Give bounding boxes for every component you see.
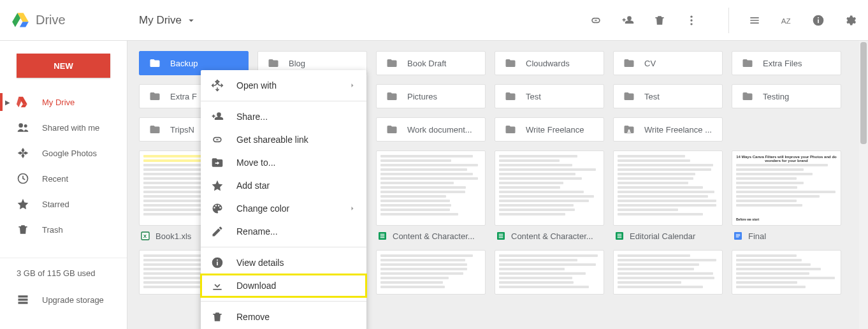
folder-card[interactable]: Extra Files [732,51,841,75]
context-menu: Open withShare...Get shareable linkMove … [201,70,366,329]
menu-download[interactable]: Download [201,274,366,297]
menu-label: Share... [236,112,268,122]
nav-label: My Drive [42,98,75,107]
add-person-icon[interactable] [621,14,634,27]
folder-card[interactable]: Testing [732,84,841,108]
svg-point-5 [690,23,692,25]
folder-label: CV [644,59,656,68]
file-thumbnail [732,250,841,295]
star-icon [211,179,224,192]
file-item[interactable] [495,250,604,295]
file-item[interactable] [376,250,486,295]
nav-shared[interactable]: Shared with me [0,115,127,140]
storage-icon [17,293,29,306]
folder-card[interactable]: Pictures [376,84,486,108]
file-thumbnail: 14 Ways Canva Filters will Improve your … [732,150,841,226]
nav-my-drive[interactable]: ▶ My Drive [0,89,127,115]
file-item[interactable]: Content & Character... [376,150,486,241]
menu-get-shareable-link[interactable]: Get shareable link [201,128,366,151]
folder-card[interactable]: Test [613,84,723,108]
menu-change-color[interactable]: Change color [201,197,366,220]
menu-label: Get shareable link [236,135,308,145]
header-divider [728,8,729,33]
svg-point-19 [628,129,630,131]
nav-photos[interactable]: Google Photos [0,140,127,166]
open-icon [211,79,224,92]
drive-logo-icon [11,11,29,29]
svg-text:AZ: AZ [781,17,791,25]
file-name: Content & Character... [511,231,593,241]
menu-remove[interactable]: Remove [201,305,366,328]
svg-rect-9 [818,17,819,18]
folder-card[interactable]: Book Draft [376,51,486,75]
link-icon [211,133,224,146]
chevron-right-icon [349,205,356,212]
folder-card[interactable]: Write Freelance [495,117,604,142]
expand-caret-icon[interactable]: ▶ [5,99,10,106]
scrollbar-thumb[interactable] [860,42,867,144]
trash-icon[interactable] [653,14,666,27]
new-button[interactable]: NEW [17,54,110,78]
menu-move-to[interactable]: Move to... [201,151,366,174]
file-thumbnail [376,250,486,295]
folder-label: Pictures [407,92,437,101]
nav-trash[interactable]: Trash [0,217,127,242]
folder-label: Test [526,92,541,101]
menu-open-with[interactable]: Open with [201,74,366,97]
folder-card[interactable]: Test [495,84,604,108]
rename-icon [211,225,224,238]
menu-view-details[interactable]: View details [201,251,366,274]
file-item[interactable]: Content & Character... [495,150,604,241]
folder-label: Backup [170,59,198,68]
menu-label: View details [236,258,284,268]
file-item[interactable] [732,250,841,295]
palette-icon [211,202,224,215]
menu-add-star[interactable]: Add star [201,174,366,197]
breadcrumb[interactable]: My Drive [139,14,197,27]
upgrade-storage[interactable]: Upgrade storage [0,287,127,312]
nav-label: Upgrade storage [42,295,104,305]
drive-folder-icon [17,96,29,108]
sort-az-icon[interactable]: AZ [780,14,793,27]
folder-label: Blog [289,59,305,68]
app-name: Drive [36,13,66,27]
storage-text: 3 GB of 115 GB used [0,268,127,278]
folder-label: Work document... [407,125,472,135]
menu-share[interactable]: Share... [201,105,366,128]
folder-label: Extra F [170,92,197,101]
file-name: Editorial Calendar [630,231,695,241]
nav-starred[interactable]: Starred [0,191,127,217]
menu-rename[interactable]: Rename... [201,220,366,243]
settings-gear-icon[interactable] [844,14,857,27]
nav-recent[interactable]: Recent [0,166,127,191]
file-item[interactable]: 14 Ways Canva Filters will Improve your … [732,150,841,241]
folder-label: Write Freelance ... [644,125,712,135]
menu-label: Add star [236,180,270,191]
star-icon [17,198,29,210]
more-vert-icon[interactable] [685,14,698,27]
svg-rect-8 [818,19,819,23]
folder-card[interactable]: Cloudwards [495,51,604,75]
folder-card[interactable]: Write Freelance ... [613,117,723,142]
file-name: Book1.xls [156,231,191,241]
photos-icon [17,147,29,159]
folder-label: Test [644,92,660,101]
folder-label: Book Draft [407,59,446,68]
folder-label: TripsN [170,125,194,135]
nav-label: Trash [42,225,63,235]
file-item[interactable] [613,250,723,295]
file-name: Content & Character... [393,231,475,241]
chevron-down-icon [185,15,197,26]
trash-icon [17,223,29,236]
svg-rect-17 [18,298,28,300]
folder-card[interactable]: CV [613,51,723,75]
folder-label: Extra Files [763,59,802,68]
details-icon[interactable] [812,14,825,27]
download-icon [211,279,224,292]
share-link-icon[interactable] [590,14,602,27]
share-icon [211,110,224,123]
file-item[interactable]: Editorial Calendar [613,150,723,241]
menu-label: Open with [236,80,277,91]
list-view-icon[interactable] [748,14,761,27]
folder-card[interactable]: Work document... [376,117,486,142]
